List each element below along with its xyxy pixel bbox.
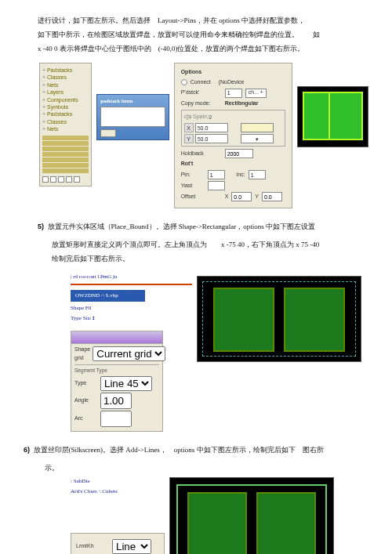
toolbar-btn[interactable] xyxy=(42,176,49,183)
tree-node[interactable]: Symbols xyxy=(42,103,89,110)
padstack-browse-button[interactable]: ch... + xyxy=(245,89,267,98)
step-6-number: 6) xyxy=(24,446,30,454)
padstack-popup: padstack items xyxy=(96,94,169,140)
intro-line-3: x -40 0 表示将焊盘中心位于图纸中的 (-40,0)位置处，放置的两个焊盘… xyxy=(24,44,368,55)
shape-options-panel: Shape grid Current grid Segment Type Typ… xyxy=(71,331,163,432)
holdback-input[interactable] xyxy=(225,149,253,158)
tree-node[interactable]: Nets xyxy=(42,81,89,89)
seg-type-select[interactable]: Line 45 xyxy=(100,376,152,391)
toolbar-btn[interactable] xyxy=(74,176,80,183)
copymode-value: Rectibngular xyxy=(225,100,259,108)
spacing-box-label: c[ɑ Spain;ɡ xyxy=(184,113,282,121)
pcb-preview-bound xyxy=(197,276,361,362)
pin-label: Pin: xyxy=(181,171,205,179)
step-6-line-1: 放置丝印层(Silkscreen)。选择 Add->Lines， options… xyxy=(34,446,324,454)
shape-options-header xyxy=(71,331,162,344)
pcb-preview-pads xyxy=(297,86,368,147)
segment-type-label: Segment Type xyxy=(74,367,159,375)
rd-input[interactable] xyxy=(241,123,274,132)
shape-grid-select[interactable]: Current grid xyxy=(93,346,165,361)
tree-node[interactable]: Padstacks xyxy=(42,110,89,118)
y-input[interactable]: 50.0 xyxy=(195,134,228,143)
tree-node[interactable]: Classes xyxy=(42,118,89,125)
place-bound-outline xyxy=(202,281,356,357)
rot-select[interactable]: ▾ xyxy=(241,134,274,143)
copymode-label: Copy mode: xyxy=(181,100,222,108)
shape-brand-button[interactable]: OWZDND ∴ S.vbp xyxy=(71,290,145,302)
connect-value: (NoDevice xyxy=(219,78,245,87)
tree-node[interactable]: Nets xyxy=(42,125,89,132)
tab-underline xyxy=(71,284,192,285)
step-5: 5) 放置元件实体区域（Place_Bound）。选择 Shape->Recta… xyxy=(52,222,368,233)
intro-line-1: 进行设计，如下图左所示。然后选择 Layout->Pins，并在 options… xyxy=(24,16,368,27)
rotate-label: Rot't xyxy=(181,160,222,168)
step-5-number: 5) xyxy=(38,223,44,230)
y-header: Y xyxy=(184,134,194,143)
popup-ok-button[interactable] xyxy=(100,129,116,137)
tree-node[interactable]: Layers xyxy=(42,89,89,96)
inc-label: Inc: xyxy=(228,171,245,179)
pin-input[interactable] xyxy=(208,170,225,179)
x-input[interactable]: 50.0 xyxy=(195,123,228,132)
seg-angle-label: Angle xyxy=(74,396,98,405)
inc-input[interactable] xyxy=(249,170,266,179)
pcb-preview-silk xyxy=(169,477,334,554)
sidebar-tree-panel: Padstacks Classes Nets Layers Components… xyxy=(39,63,92,186)
toolbar-btn[interactable] xyxy=(66,176,72,183)
options-header: Options xyxy=(181,68,285,77)
step-5-line-2: 放置矩形时直接定义两个顶点即可。左上角顶点为 x -75 40，右下角顶点为 x… xyxy=(52,240,368,251)
pad-shape xyxy=(187,492,247,554)
tab-strip-label: | rd coccont l.PmG ju xyxy=(71,273,192,281)
seg-arc-input[interactable] xyxy=(100,411,132,427)
options-panel: Options Connect (NoDevice P'dstck' ch...… xyxy=(174,63,292,208)
seg-type-label: Type xyxy=(74,379,98,388)
offset-x-label: X xyxy=(225,193,229,201)
tree-toolbar xyxy=(42,176,89,183)
popup-title: padstack items xyxy=(100,97,165,105)
step-5-line-3: 绘制完后如下图右所示。 xyxy=(52,254,368,265)
padstack-label: P'dstck' xyxy=(181,89,222,97)
tree-node[interactable]: Components xyxy=(42,96,89,103)
toolbar-btn[interactable] xyxy=(58,176,64,183)
padstack-input[interactable] xyxy=(225,89,242,98)
connect-label: Connect xyxy=(191,78,211,87)
offset-y-label: Y xyxy=(255,193,259,201)
tree-sub-item[interactable] xyxy=(42,136,89,140)
seg-arc-label: Arc xyxy=(74,415,98,423)
subclass-hdr-1: : SubDie xyxy=(71,477,165,486)
offset-label: Offset xyxy=(181,193,222,201)
figure-row-2: | rd coccont l.PmG ju OWZDND ∴ S.vbp Sha… xyxy=(71,273,368,432)
popup-list[interactable] xyxy=(100,107,165,127)
line-options-panel: LrmIKh Line 45 Lre iMin Solid ▾ xyxy=(71,533,165,554)
figure-row-1: Padstacks Classes Nets Layers Components… xyxy=(39,63,368,208)
rlast-label: 'rlast xyxy=(181,182,205,190)
shape-type-label: Type Sta: ɪ xyxy=(71,314,192,323)
step-5-line-1: 放置元件实体区域（Place_Bound）。选择 Shape->Rectangu… xyxy=(48,223,316,230)
pad-shape xyxy=(328,92,363,140)
shape-fill-label: Shape Fil xyxy=(71,304,192,313)
x-header: X xyxy=(184,123,194,132)
intro-line-2: 如下图中所示，在绘图区域放置焊盘，放置时可以使用命令来精确控制焊盘的位置。 如 xyxy=(24,30,368,41)
seg-angle-input[interactable] xyxy=(100,393,132,409)
tree-node[interactable]: Padstacks xyxy=(42,67,89,74)
subclass-hdr-2: Arti's Clues: \ Cubets xyxy=(71,487,165,496)
step-6-line-2: 示。 xyxy=(45,463,368,474)
tree-node[interactable]: Classes xyxy=(42,74,89,81)
offset-y-input[interactable] xyxy=(262,192,282,201)
figure-row-3: : SubDie Arti's Clues: \ Cubets LrmIKh L… xyxy=(71,477,368,554)
holdback-label: Holdback xyxy=(181,150,222,158)
toolbar-btn[interactable] xyxy=(50,176,56,183)
offset-x-input[interactable] xyxy=(231,192,252,201)
line-lock-select[interactable]: Line 45 xyxy=(112,539,151,554)
line-lock-label: LrmIKh xyxy=(76,542,109,551)
pad-shape xyxy=(256,492,316,554)
rlast-input[interactable] xyxy=(208,181,225,190)
connect-radio[interactable] xyxy=(181,79,187,85)
step-6: 6) 放置丝印层(Silkscreen)。选择 Add->Lines， opti… xyxy=(38,445,368,456)
shape-grid-label: Shape grid xyxy=(74,346,90,363)
